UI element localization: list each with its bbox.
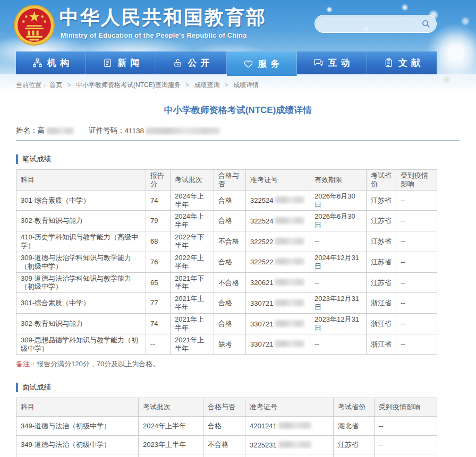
written-note: 备注：报告分满分120分，70分及以上为合格。: [16, 359, 476, 369]
cell-province: 湖北省: [334, 417, 375, 435]
cell-ticket: 330721: [246, 293, 310, 314]
breadcrumb-item-score-query[interactable]: 成绩查询: [194, 81, 219, 89]
cell-ticket: 320621: [246, 272, 310, 293]
col-province: 考试省份: [367, 170, 396, 191]
cell-province: 浙江省: [367, 334, 396, 355]
cell-covid: --: [375, 435, 437, 454]
cell-valid: 2024年12月31日: [310, 252, 367, 272]
table-row: 309-思想品德学科知识与教学能力（初级中学） -- 2021年上半年 缺考 3…: [16, 334, 437, 355]
breadcrumb-item-home[interactable]: 首页: [49, 81, 62, 89]
cell-valid: --: [310, 272, 367, 293]
cell-pass: 不合格: [214, 272, 246, 293]
redacted-ticket: [275, 217, 304, 224]
interview-section-title: 面试成绩: [16, 383, 476, 392]
cell-subject: 309-道德与法治学科知识与教学能力（初级中学）: [16, 272, 146, 293]
cell-valid: 2026年6月30日: [310, 190, 367, 211]
nav-item-literature[interactable]: 文献: [367, 51, 437, 74]
col-province: 考试省份: [334, 398, 375, 417]
open-lock-icon: [173, 58, 183, 68]
breadcrumb-item-ntce-service[interactable]: 中小学教师资格考试(NTCE)查询服务: [76, 81, 181, 89]
cell-score: 79: [146, 211, 171, 231]
cell-pass: 合格: [214, 293, 246, 314]
cell-batch: 2021年上半年: [171, 334, 214, 355]
cell-covid: --: [396, 231, 437, 252]
cell-province: 江苏省: [334, 454, 375, 457]
cell-province: 浙江省: [367, 314, 396, 334]
cell-ticket: 322522: [246, 252, 310, 272]
site-subtitle: Ministry of Education of the People's Re…: [61, 32, 267, 39]
cell-ticket: 3225221: [245, 454, 334, 457]
nav-label: 公开: [188, 57, 213, 69]
note-text: ：报告分满分120分，70分及以上为合格。: [30, 360, 159, 368]
table-header-row: 科目 报告分 考试批次 合格与否 准考证号 有效期限 考试省份 受到疫情影响: [16, 170, 437, 191]
nav-item-news[interactable]: 新闻: [86, 51, 156, 74]
nav-label: 文献: [398, 57, 424, 69]
cell-valid: 2026年6月30日: [310, 211, 367, 231]
cell-subject: 309-思想品德学科知识与教学能力（初级中学）: [16, 334, 146, 355]
cell-valid: --: [310, 334, 367, 355]
cell-batch: 2021年下半年: [171, 272, 214, 293]
cell-subject: 302-教育知识与能力: [16, 211, 146, 231]
col-pass: 合格与否: [214, 170, 246, 191]
cell-covid: --: [396, 211, 437, 231]
cell-batch: 2023年上半年: [139, 435, 203, 454]
cell-valid: 2023年12月31日: [310, 314, 367, 334]
cell-pass: 不合格: [214, 231, 246, 252]
cell-ticket: 3225231: [245, 435, 334, 454]
cell-pass: 缺考: [203, 454, 245, 457]
breadcrumb: 当前位置： 首页 > 中小学教师资格考试(NTCE)查询服务 > 成绩查询 > …: [0, 74, 476, 90]
name-label: 姓名：: [16, 126, 38, 135]
note-label: 备注: [16, 360, 30, 368]
table-row: 302-教育知识与能力 79 2024年上半年 合格 322524 2026年6…: [16, 211, 437, 231]
nav-item-open[interactable]: 公开: [156, 51, 226, 74]
cell-score: 68: [146, 231, 171, 252]
cell-province: 江苏省: [334, 435, 375, 454]
nav-label: 互动: [328, 57, 354, 69]
cell-province: 江苏省: [367, 272, 396, 293]
cell-batch: 2022年上半年: [139, 454, 203, 457]
nav-label: 新闻: [117, 57, 143, 69]
nav-item-orgs[interactable]: 机构: [16, 51, 86, 74]
nav-label: 机构: [47, 57, 73, 69]
redacted-ticket: [275, 258, 304, 265]
nav-item-services[interactable]: 服务: [227, 51, 297, 76]
cell-pass: 不合格: [203, 435, 245, 454]
nav-label: 服务: [258, 58, 284, 70]
cell-pass: 合格: [214, 252, 246, 272]
breadcrumb-item-score-detail[interactable]: 成绩详情: [233, 81, 259, 89]
search-input[interactable]: [315, 20, 421, 28]
nav-item-interact[interactable]: 互动: [297, 51, 367, 74]
redacted-ticket: [275, 320, 304, 327]
cell-score: 77: [146, 293, 171, 314]
col-pass: 合格与否: [203, 398, 245, 417]
cell-province: 江苏省: [367, 231, 396, 252]
cell-batch: 2024年上半年: [171, 190, 214, 211]
breadcrumb-separator: >: [67, 81, 71, 89]
cell-covid: --: [396, 314, 437, 334]
cell-batch: 2022年下半年: [171, 231, 214, 252]
org-chart-icon: [32, 58, 42, 68]
table-row: 309-道德与法治学科知识与教学能力（初级中学） 76 2022年上半年 合格 …: [16, 252, 437, 272]
table-row: 302-教育知识与能力 74 2021年上半年 合格 330721 2023年1…: [16, 314, 437, 334]
cell-valid: 2023年12月31日: [310, 293, 367, 314]
cell-subject: 349-道德与法治（初级中学）: [16, 435, 139, 454]
search-button[interactable]: [421, 19, 436, 29]
cell-batch: 2021年上半年: [171, 314, 214, 334]
news-document-icon: [103, 58, 113, 68]
col-ticket: 准考证号: [245, 398, 334, 417]
cell-ticket: 4201241: [245, 417, 334, 435]
cell-score: 65: [146, 272, 171, 293]
cell-pass: 合格: [214, 211, 246, 231]
site-header: 中华人民共和国教育部 Ministry of Education of the …: [0, 0, 476, 74]
cell-province: 浙江省: [367, 293, 396, 314]
cell-subject: 302-教育知识与能力: [16, 314, 146, 334]
col-covid: 受到疫情影响: [375, 398, 437, 417]
table-row: 301-综合素质（中学） 74 2024年上半年 合格 322524 2026年…: [16, 190, 437, 211]
cell-covid: --: [396, 293, 437, 314]
search-box: [314, 15, 437, 33]
cell-ticket: 330721: [246, 314, 310, 334]
cell-province: 江苏省: [367, 211, 396, 231]
col-batch: 考试批次: [171, 170, 214, 191]
written-score-table: 科目 报告分 考试批次 合格与否 准考证号 有效期限 考试省份 受到疫情影响 3…: [16, 169, 437, 355]
cell-score: 74: [146, 190, 171, 211]
